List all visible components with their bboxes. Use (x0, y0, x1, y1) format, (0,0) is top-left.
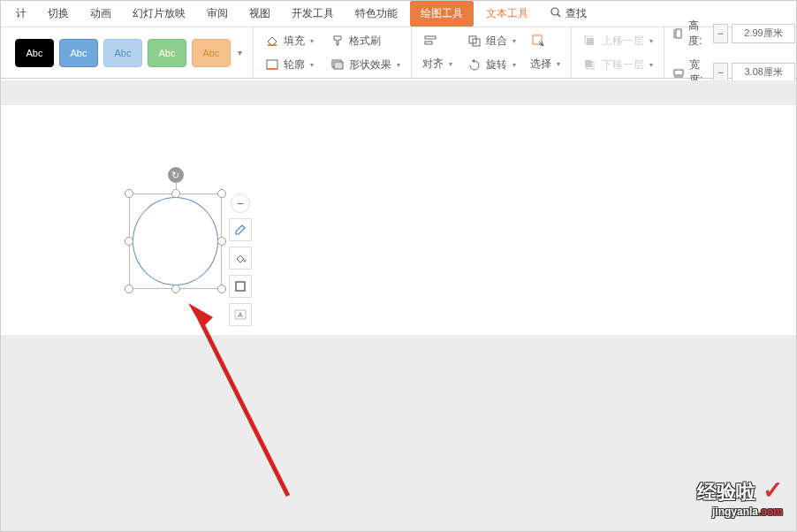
float-collapse-button[interactable]: − (231, 194, 250, 213)
style-preset-orange[interactable]: Abc (192, 39, 231, 67)
bring-forward-icon (582, 34, 598, 48)
svg-rect-21 (236, 282, 245, 291)
menu-item[interactable]: 审阅 (196, 1, 239, 27)
watermark-check-icon: ✓ (763, 476, 783, 504)
resize-handle-tl[interactable] (125, 189, 133, 198)
watermark: 经验啦 ✓ jingyanla.com (697, 475, 783, 518)
menu-item[interactable]: 幻灯片放映 (122, 1, 196, 27)
width-input[interactable] (732, 63, 795, 82)
width-decrement[interactable]: − (713, 63, 728, 82)
size-group: 高度: − + 宽度: − + (664, 27, 797, 78)
resize-handle-mr[interactable] (217, 237, 226, 246)
chevron-down-icon: ▾ (557, 60, 560, 68)
menu-item[interactable]: 计 (5, 1, 37, 27)
svg-rect-6 (334, 62, 343, 69)
style-preset-blue[interactable]: Abc (59, 39, 98, 67)
search-icon (550, 6, 562, 21)
menu-drawing-tools[interactable]: 绘图工具 (410, 1, 474, 27)
svg-point-20 (244, 260, 247, 262)
svg-text:A: A (238, 311, 243, 319)
svg-line-24 (200, 319, 288, 496)
svg-rect-8 (425, 42, 432, 44)
menu-item[interactable]: 特色功能 (345, 1, 408, 27)
svg-rect-16 (676, 29, 681, 38)
svg-rect-12 (587, 38, 594, 45)
find-button[interactable]: 查找 (539, 1, 597, 27)
align-button[interactable] (419, 32, 456, 49)
send-backward-button[interactable]: 下移一层▾ (579, 56, 657, 74)
shape-float-toolbar: − A (229, 194, 252, 326)
height-input[interactable] (732, 24, 795, 43)
style-preset-black[interactable]: Abc (15, 39, 54, 67)
watermark-text: 经验啦 (697, 479, 755, 505)
arrange-group: 对齐▾ 组合▾ 旋转▾ 选择▾ (412, 27, 572, 78)
rotate-button[interactable]: 旋转▾ (463, 56, 520, 74)
float-outline-button[interactable] (229, 275, 252, 298)
align-label[interactable]: 对齐▾ (419, 55, 456, 73)
canvas-area[interactable]: ↻ − A 经验啦 (1, 80, 796, 531)
resize-handle-br[interactable] (217, 285, 226, 293)
resize-handle-tr[interactable] (217, 189, 226, 198)
style-preset-lightblue[interactable]: Abc (103, 39, 142, 67)
chevron-down-icon: ▾ (649, 37, 653, 45)
format-brush-button[interactable]: 格式刷 (326, 32, 404, 50)
combine-button[interactable]: 组合▾ (463, 32, 520, 50)
outline-icon (264, 57, 280, 72)
watermark-url: jingyanla.com (697, 505, 783, 518)
height-label: 高度: (688, 19, 709, 49)
menu-item[interactable]: 视图 (239, 1, 281, 27)
outline-button[interactable]: 轮廓▾ (261, 56, 317, 74)
float-fill-button[interactable] (229, 247, 252, 270)
width-icon (672, 65, 686, 80)
format-group: 填充▾ 轮廓▾ 格式刷 形状效果▾ (254, 27, 412, 78)
height-decrement[interactable]: − (713, 24, 728, 43)
select-button[interactable] (527, 32, 564, 49)
svg-rect-14 (585, 60, 592, 67)
selected-shape[interactable]: ↻ (129, 194, 222, 289)
chevron-down-icon: ▾ (397, 61, 400, 69)
align-icon (422, 34, 438, 48)
text-icon: A (233, 308, 247, 322)
style-preset-green[interactable]: Abc (148, 39, 186, 67)
find-label: 查找 (565, 6, 587, 21)
chevron-down-icon: ▾ (649, 61, 653, 69)
presets-dropdown[interactable]: ▾ (233, 39, 246, 67)
slide-page[interactable] (1, 105, 796, 335)
float-text-button[interactable]: A (229, 303, 252, 326)
menu-item[interactable]: 切换 (37, 1, 80, 27)
fill-button[interactable]: 填充▾ (261, 32, 317, 50)
bring-forward-button[interactable]: 上移一层▾ (579, 32, 657, 50)
rect-outline-icon (233, 279, 247, 293)
svg-rect-7 (425, 36, 436, 39)
svg-rect-2 (268, 44, 277, 46)
style-presets-group: Abc Abc Abc Abc Abc ▾ (5, 27, 254, 78)
resize-handle-tm[interactable] (171, 189, 180, 198)
rotate-handle[interactable]: ↻ (168, 167, 184, 183)
pencil-icon (233, 223, 247, 237)
layer-group: 上移一层▾ 下移一层▾ (572, 27, 664, 78)
menu-item[interactable]: 动画 (80, 1, 122, 27)
float-pencil-button[interactable] (229, 218, 252, 241)
chevron-down-icon: ▾ (512, 37, 516, 45)
menu-text-tools[interactable]: 文本工具 (475, 1, 539, 27)
svg-rect-18 (674, 70, 683, 75)
svg-rect-3 (267, 60, 277, 69)
chevron-down-icon: ▾ (449, 60, 452, 68)
resize-handle-bm[interactable] (171, 285, 180, 293)
height-icon (672, 27, 685, 41)
circle-shape[interactable] (133, 197, 218, 285)
rotate-icon (467, 57, 482, 72)
bucket-icon (264, 34, 280, 48)
resize-handle-bl[interactable] (125, 285, 133, 293)
select-label[interactable]: 选择▾ (527, 55, 564, 73)
menu-item[interactable]: 开发工具 (281, 1, 345, 27)
chevron-down-icon: ▾ (512, 61, 516, 69)
pointer-icon (530, 34, 546, 48)
combine-icon (467, 34, 482, 48)
ribbon-toolbar: Abc Abc Abc Abc Abc ▾ 填充▾ 轮廓▾ 格式刷 形状 (1, 27, 796, 79)
svg-line-1 (558, 14, 560, 17)
chevron-down-icon: ▾ (310, 37, 314, 45)
shape-effects-button[interactable]: 形状效果▾ (326, 56, 404, 74)
resize-handle-ml[interactable] (125, 237, 133, 246)
brush-icon (330, 34, 345, 48)
